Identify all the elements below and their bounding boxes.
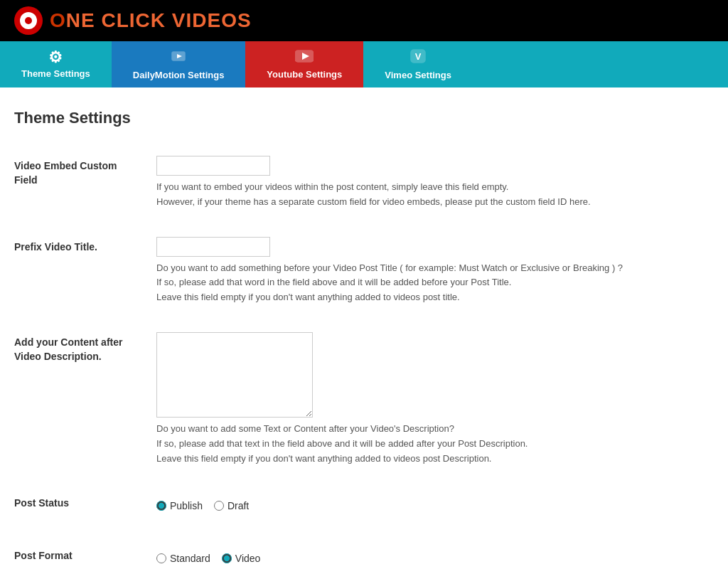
row-content-after: Add your Content after Video Description… xyxy=(14,325,714,480)
label-content-after: Add your Content after Video Description… xyxy=(14,325,156,480)
radio-video[interactable]: Video xyxy=(222,553,261,564)
svg-point-2 xyxy=(25,17,32,24)
row-post-format: Post Format Standard Video xyxy=(14,538,714,579)
spacer-4 xyxy=(14,533,714,538)
settings-form: Video Embed Custom Field If you want to … xyxy=(14,149,714,579)
radio-standard-input[interactable] xyxy=(156,553,166,563)
row-prefix-title: Prefix Video Title. Do you want to add s… xyxy=(14,230,714,319)
spacer-2 xyxy=(14,319,714,325)
tab-vimeo-label: Vimeo Settings xyxy=(385,70,451,80)
help-prefix-title: Do you want to add something before your… xyxy=(156,261,714,305)
help-video-embed: If you want to embed your videos within … xyxy=(156,180,714,210)
tab-dailymotion-label: DailyMotion Settings xyxy=(133,70,225,80)
page-title: Theme Settings xyxy=(14,109,714,127)
field-post-status: Publish Draft xyxy=(156,486,714,533)
radio-publish-input[interactable] xyxy=(156,501,166,511)
field-post-format: Standard Video xyxy=(156,538,714,579)
help-content-after: Do you want to add some Text or Content … xyxy=(156,422,714,466)
radio-video-input[interactable] xyxy=(222,553,232,563)
spacer-1 xyxy=(14,224,714,230)
post-format-radio-group: Standard Video xyxy=(156,546,714,571)
nav-tabs: ⚙ Theme Settings DailyMotion Settings Yo… xyxy=(0,41,728,87)
label-prefix-title: Prefix Video Title. xyxy=(14,230,156,319)
tab-vimeo-settings[interactable]: V Vimeo Settings xyxy=(363,41,473,87)
dailymotion-icon xyxy=(171,48,186,67)
logo-icon xyxy=(14,6,43,35)
spacer-3 xyxy=(14,480,714,486)
tab-theme-settings[interactable]: ⚙ Theme Settings xyxy=(0,41,112,87)
radio-publish[interactable]: Publish xyxy=(156,500,203,511)
tab-youtube-settings[interactable]: Youtube Settings xyxy=(245,41,363,87)
label-video-embed: Video Embed Custom Field xyxy=(14,149,156,224)
field-video-embed: If you want to embed your videos within … xyxy=(156,149,714,224)
label-post-format: Post Format xyxy=(14,538,156,579)
youtube-icon xyxy=(295,49,314,66)
main-content: Theme Settings Video Embed Custom Field … xyxy=(0,87,728,579)
svg-text:V: V xyxy=(415,51,422,62)
radio-draft[interactable]: Draft xyxy=(214,500,249,511)
gear-icon: ⚙ xyxy=(48,50,63,65)
post-status-radio-group: Publish Draft xyxy=(156,493,714,519)
radio-draft-input[interactable] xyxy=(214,501,224,511)
label-post-status: Post Status xyxy=(14,486,156,533)
vimeo-icon: V xyxy=(410,48,427,67)
prefix-title-input[interactable] xyxy=(156,237,270,257)
row-video-embed: Video Embed Custom Field If you want to … xyxy=(14,149,714,224)
field-content-after: Do you want to add some Text or Content … xyxy=(156,325,714,480)
tab-theme-label: Theme Settings xyxy=(21,68,90,79)
row-post-status: Post Status Publish Draft xyxy=(14,486,714,533)
tab-youtube-label: Youtube Settings xyxy=(267,69,342,80)
title-o: O xyxy=(50,9,66,31)
video-embed-input[interactable] xyxy=(156,156,270,176)
field-prefix-title: Do you want to add something before your… xyxy=(156,230,714,319)
radio-standard[interactable]: Standard xyxy=(156,553,210,564)
content-after-textarea[interactable] xyxy=(156,332,313,418)
tab-dailymotion-settings[interactable]: DailyMotion Settings xyxy=(112,41,246,87)
logo: ONE CLICK VIDEOS xyxy=(14,6,252,35)
header: ONE CLICK VIDEOS xyxy=(0,0,728,41)
site-title: ONE CLICK VIDEOS xyxy=(50,9,252,32)
